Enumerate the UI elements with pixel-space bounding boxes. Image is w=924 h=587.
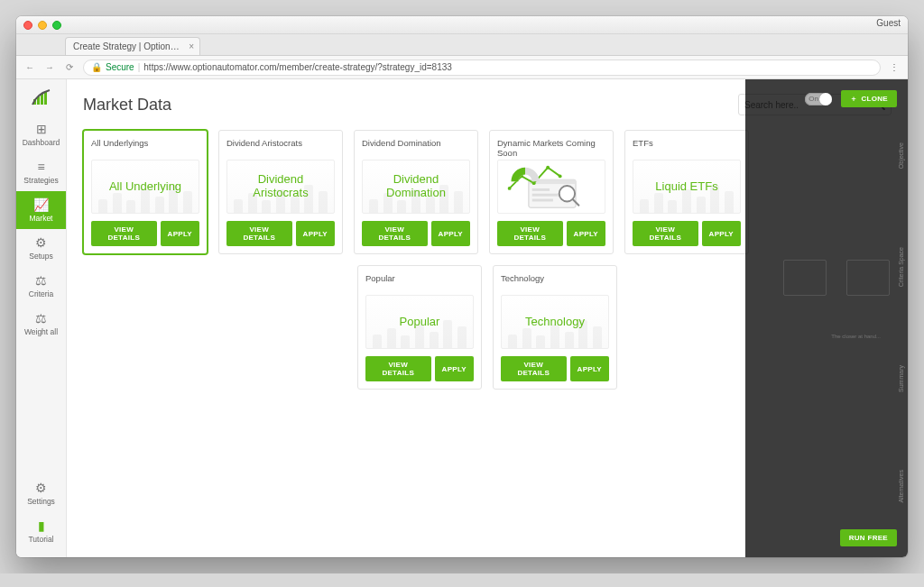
sidebar-item-dashboard[interactable]: ⊞ Dashboard (16, 115, 66, 153)
card-title: Popular (365, 273, 474, 295)
card-thumb-label: Dividend Domination (363, 173, 469, 200)
url-text: https://www.optionautomator.com/member/c… (143, 62, 452, 72)
kebab-menu-icon[interactable]: ⋮ (888, 62, 901, 72)
card-thumbnail: Dividend Aristocrats (226, 160, 335, 214)
card-thumb-label: Popular (396, 316, 444, 329)
sidebar-item-market[interactable]: 📈 Market (16, 191, 66, 229)
market-card: Dynamic Markets Coming Soon VIEW DETAILS… (489, 130, 614, 254)
card-thumbnail (497, 160, 605, 214)
card-title: Dividend Domination (362, 138, 470, 160)
card-thumbnail: All Underlying (91, 160, 199, 214)
view-details-button[interactable]: VIEW DETAILS (226, 221, 292, 246)
app-logo[interactable] (16, 79, 66, 115)
sidebar-item-label: Market (30, 214, 53, 223)
card-thumb-label: Liquid ETFs (651, 180, 721, 194)
sliders-icon: ⚙ (35, 235, 47, 250)
apply-button[interactable]: APPLY (567, 221, 605, 246)
view-details-button[interactable]: VIEW DETAILS (497, 221, 563, 246)
market-card: ETFs Liquid ETFs VIEW DETAILS APPLY (624, 130, 749, 254)
apply-button[interactable]: APPLY (702, 221, 741, 246)
market-card: Popular Popular VIEW DETAILS APPLY (357, 265, 482, 390)
card-thumbnail: Liquid ETFs (633, 160, 741, 214)
card-thumb-label: Dividend Aristocrats (227, 173, 334, 200)
sidebar: ⊞ Dashboard ≡ Strategies 📈 Market ⚙ Setu… (16, 79, 67, 557)
sidebar-item-strategies[interactable]: ≡ Strategies (16, 153, 66, 191)
browser-toolbar: ← → ⟳ 🔒 Secure | https://www.optionautom… (16, 56, 908, 79)
window-maximize-button[interactable] (52, 21, 61, 30)
card-title: Dynamic Markets Coming Soon (497, 138, 605, 160)
gear-icon: ⚙ (35, 481, 47, 495)
video-icon: ▮ (38, 518, 45, 533)
view-details-button[interactable]: VIEW DETAILS (501, 356, 567, 381)
svg-rect-2 (41, 94, 43, 105)
svg-rect-6 (532, 188, 550, 191)
sidebar-item-label: Settings (27, 497, 55, 506)
browser-tab-row: Create Strategy | OptionAutom × (16, 34, 908, 56)
back-icon[interactable]: ← (23, 62, 36, 72)
svg-rect-7 (532, 194, 559, 197)
card-thumbnail: Dividend Domination (362, 160, 470, 214)
page-title: Market Data (83, 96, 171, 115)
main-content: Market Data 🔍 All Underlyings All Underl… (67, 79, 908, 557)
dashboard-icon: ⊞ (36, 122, 47, 136)
svg-point-15 (559, 174, 562, 178)
chart-icon: 📈 (33, 197, 49, 212)
browser-tab-title: Create Strategy | OptionAutom (73, 41, 197, 51)
sidebar-item-label: Criteria (29, 289, 53, 298)
balance-icon: ⚖ (35, 311, 47, 326)
svg-point-11 (508, 187, 512, 190)
apply-button[interactable]: APPLY (296, 221, 335, 246)
sidebar-item-label: Strategies (23, 176, 58, 185)
card-title: All Underlyings (91, 138, 199, 160)
view-details-button[interactable]: VIEW DETAILS (365, 356, 431, 381)
apply-button[interactable]: APPLY (435, 356, 474, 381)
card-thumb-label: Technology (522, 316, 588, 329)
window-close-button[interactable] (23, 21, 32, 30)
secure-label: Secure (106, 62, 134, 72)
reload-icon[interactable]: ⟳ (63, 62, 76, 72)
browser-window: Guest Create Strategy | OptionAutom × ← … (16, 16, 908, 557)
lock-icon: 🔒 (91, 62, 102, 72)
sidebar-item-settings[interactable]: ⚙ Settings (16, 474, 66, 512)
forward-icon[interactable]: → (43, 62, 56, 72)
sidebar-item-label: Tutorial (28, 535, 53, 544)
list-icon: ≡ (37, 160, 44, 174)
sidebar-item-weight-all[interactable]: ⚖ Weight all (16, 305, 66, 343)
svg-point-13 (532, 181, 536, 185)
svg-rect-8 (532, 199, 553, 202)
market-card: Dividend Domination Dividend Domination … (354, 130, 478, 254)
scales-icon: ⚖ (35, 273, 47, 288)
view-details-button[interactable]: VIEW DETAILS (91, 221, 157, 246)
apply-button[interactable]: APPLY (161, 221, 199, 246)
card-title: Dividend Aristocrats (226, 138, 335, 160)
card-thumb-label: All Underlying (106, 180, 185, 194)
sidebar-item-setups[interactable]: ⚙ Setups (16, 229, 66, 267)
sidebar-item-label: Dashboard (23, 138, 60, 147)
search-box[interactable]: 🔍 (738, 94, 892, 115)
sidebar-item-tutorial[interactable]: ▮ Tutorial (16, 512, 66, 550)
card-thumbnail: Popular (365, 295, 474, 349)
market-card: Dividend Aristocrats Dividend Aristocrat… (218, 130, 343, 254)
window-titlebar: Guest (16, 16, 908, 34)
search-icon[interactable]: 🔍 (874, 100, 885, 110)
guest-label: Guest (876, 18, 901, 28)
search-input[interactable] (744, 100, 874, 110)
browser-tab[interactable]: Create Strategy | OptionAutom × (65, 37, 200, 55)
card-title: ETFs (633, 138, 741, 160)
address-bar[interactable]: 🔒 Secure | https://www.optionautomator.c… (83, 60, 881, 76)
sidebar-item-label: Setups (29, 252, 52, 261)
market-card: Technology Technology VIEW DETAILS APPLY (493, 265, 617, 390)
market-card: All Underlyings All Underlying VIEW DETA… (83, 130, 208, 254)
apply-button[interactable]: APPLY (431, 221, 470, 246)
view-details-button[interactable]: VIEW DETAILS (633, 221, 698, 246)
view-details-button[interactable]: VIEW DETAILS (362, 221, 428, 246)
sidebar-item-criteria[interactable]: ⚖ Criteria (16, 267, 66, 305)
close-tab-icon[interactable]: × (189, 41, 194, 51)
svg-rect-3 (44, 91, 47, 105)
apply-button[interactable]: APPLY (570, 356, 609, 381)
card-thumbnail: Technology (501, 295, 609, 349)
svg-point-14 (546, 166, 550, 170)
sidebar-item-label: Weight all (24, 327, 58, 336)
card-title: Technology (501, 273, 609, 295)
window-minimize-button[interactable] (38, 21, 47, 30)
